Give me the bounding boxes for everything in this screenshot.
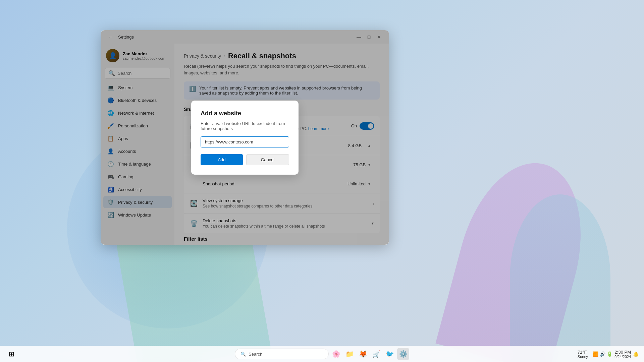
taskbar-right: 71°F Sunny 📶 🔊 🔋 2:30 PM 9/24/2024 🔔 [578, 350, 639, 359]
weather-condition: Sunny [578, 355, 588, 359]
taskbar-icon-settings-active[interactable]: ⚙️ [397, 348, 409, 360]
clock[interactable]: 2:30 PM 9/24/2024 [614, 350, 631, 359]
taskbar-icon-store[interactable]: 🛒 [370, 348, 382, 360]
taskbar: ⊞ 🔍 Search 🌸 📁 🦊 🛒 🐦 ⚙️ 71°F Sunny 📶 🔊 🔋… [0, 346, 644, 362]
system-tray-icons: 📶 🔊 🔋 [593, 351, 612, 357]
settings-window: ← Settings — □ ✕ 👤 Zac Mendez zacmendez@… [101, 30, 389, 245]
taskbar-search-label: Search [249, 352, 262, 357]
add-website-button[interactable]: Add [201, 154, 243, 165]
taskbar-left: ⊞ [5, 348, 17, 360]
notification-icon[interactable]: 🔔 [633, 351, 639, 357]
date-display: 9/24/2024 [614, 355, 631, 359]
cancel-button[interactable]: Cancel [246, 154, 289, 165]
modal-description: Enter a valid website URL to exclude it … [201, 121, 289, 131]
modal-title: Add a website [201, 110, 289, 117]
website-url-input[interactable] [201, 136, 289, 147]
network-tray-icon[interactable]: 📶 [593, 351, 598, 357]
taskbar-icon-files[interactable]: 📁 [343, 348, 356, 360]
taskbar-search[interactable]: 🔍 Search [235, 349, 329, 359]
taskbar-icon-twitter[interactable]: 🐦 [384, 348, 396, 360]
weather-temp: 71°F [578, 350, 588, 355]
modal-overlay[interactable]: Add a website Enter a valid website URL … [101, 30, 389, 245]
taskbar-icon-browser[interactable]: 🦊 [357, 348, 369, 360]
taskbar-center: 🔍 Search 🌸 📁 🦊 🛒 🐦 ⚙️ [235, 348, 409, 360]
taskbar-icon-flowers[interactable]: 🌸 [330, 348, 342, 360]
add-website-modal: Add a website Enter a valid website URL … [191, 101, 299, 175]
modal-buttons: Add Cancel [201, 154, 289, 165]
start-button[interactable]: ⊞ [5, 348, 17, 360]
battery-tray-icon[interactable]: 🔋 [607, 351, 612, 357]
taskbar-search-icon: 🔍 [240, 352, 246, 357]
time-display: 2:30 PM [614, 350, 631, 355]
weather-widget[interactable]: 71°F Sunny [578, 350, 588, 359]
bg-decoration-4 [510, 194, 610, 362]
sound-tray-icon[interactable]: 🔊 [600, 351, 605, 357]
